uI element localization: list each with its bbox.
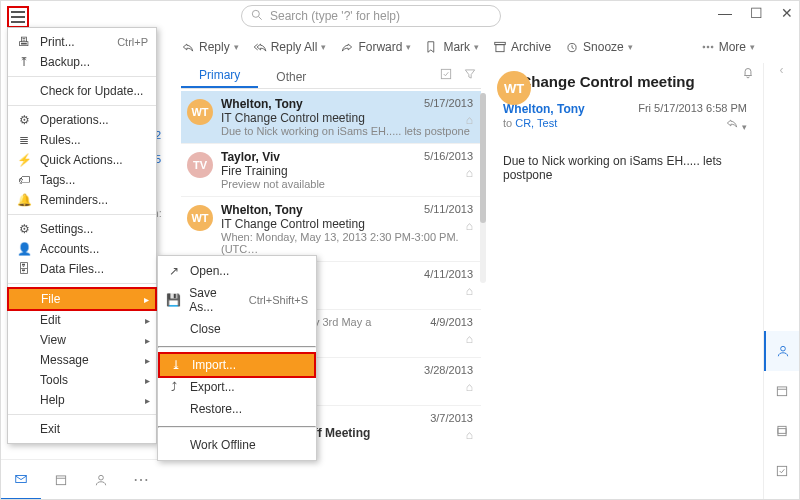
rail-todo-icon[interactable] [764,451,800,491]
menu-item-icon: ⚙ [16,222,32,236]
nav-mail-icon[interactable] [1,460,41,500]
rail-contact-icon[interactable] [764,331,800,371]
nav-calendar-icon[interactable] [41,460,81,500]
menu-item-icon: 🖶 [16,35,32,49]
menu-item[interactable]: 🗄Data Files... [8,259,156,279]
reply-all-button[interactable]: Reply All▾ [253,40,327,54]
submenu-item-icon: ⤴ [166,380,182,394]
reminder-icon[interactable] [741,65,755,82]
submenu-item-icon: ⤓ [168,358,184,372]
scrollbar-thumb[interactable] [480,93,486,223]
menu-item[interactable]: 🏷Tags... [8,170,156,190]
submenu-item[interactable]: Restore... [158,398,316,420]
menu-item[interactable]: ⚡Quick Actions... [8,150,156,170]
menu-item[interactable]: Check for Update... [8,81,156,101]
menu-item[interactable]: 🖶Print...Ctrl+P [8,32,156,52]
nav-more-icon[interactable]: ⋯ [121,460,161,500]
menu-item-label: Message [40,353,89,367]
filter-icon[interactable] [463,67,477,84]
message-row[interactable]: TV5/16/2013⌂Taylor, VivFire TrainingPrev… [181,144,481,197]
menu-item-label: Tools [40,373,68,387]
avatar: WT [187,205,213,231]
menu-item[interactable]: ⚙Settings... [8,219,156,239]
menu-item[interactable]: ≣Rules... [8,130,156,150]
menu-item[interactable]: File▸ [9,289,155,309]
submenu-item[interactable]: Work Offline [158,434,316,456]
submenu-item[interactable]: 💾Save As...Ctrl+Shift+S [158,282,316,318]
maximize-button[interactable]: ☐ [750,5,763,21]
message-row[interactable]: WT5/17/2013⌂Whelton, TonyIT Change Contr… [181,91,481,144]
file-submenu: ↗Open...💾Save As...Ctrl+Shift+SClose⤓Imp… [157,255,317,461]
collapse-rail-icon[interactable]: ‹ [780,63,784,77]
menu-item-icon: 👤 [16,242,32,256]
menu-item[interactable]: Message▸ [8,350,156,370]
archive-button[interactable]: Archive [493,40,551,54]
submenu-item-icon: ↗ [166,264,182,278]
reading-reply-icon[interactable] [725,120,739,132]
search-placeholder: Search (type '?' for help) [270,9,400,23]
svg-point-5 [703,46,705,48]
inbox-tabs: Primary Other [181,63,481,89]
nav-people-icon[interactable] [81,460,121,500]
submenu-item-label: Open... [190,264,229,278]
tab-primary[interactable]: Primary [181,64,258,88]
menu-item-icon: ⤒ [16,55,32,69]
search-box[interactable]: Search (type '?' for help) [241,5,501,27]
submenu-item-label: Export... [190,380,235,394]
message-date: 4/9/2013 [430,316,473,328]
flag-icon[interactable]: ⌂ [466,219,473,233]
menu-item-label: Data Files... [40,262,104,276]
submenu-arrow-icon: ▸ [145,315,150,326]
menu-item[interactable]: ⤒Backup... [8,52,156,72]
submenu-item[interactable]: ⤴Export... [158,376,316,398]
mark-button[interactable]: Mark▾ [425,40,479,54]
reading-body: Due to Nick working on iSams EH..... let… [503,154,747,182]
menu-item[interactable]: Exit [8,419,156,439]
snooze-button[interactable]: Snooze▾ [565,40,633,54]
message-list-scrollbar[interactable] [480,93,486,283]
menu-item[interactable]: Edit▸ [8,310,156,330]
menu-item-label: Print... [40,35,75,49]
menu-item[interactable]: 👤Accounts... [8,239,156,259]
menu-item[interactable]: 🔔Reminders... [8,190,156,210]
submenu-arrow-icon: ▸ [145,375,150,386]
reply-button[interactable]: Reply▾ [181,40,239,54]
flag-icon[interactable]: ⌂ [466,380,473,394]
message-preview: When: Monday, May 13, 2013 2:30 PM-3:00 … [221,231,473,255]
flag-icon[interactable]: ⌂ [466,428,473,442]
select-all-icon[interactable] [439,67,453,84]
svg-point-7 [711,46,713,48]
svg-rect-8 [441,69,450,78]
svg-point-6 [707,46,709,48]
submenu-arrow-icon: ▸ [145,355,150,366]
minimize-button[interactable]: — [718,5,732,21]
rail-calendar-icon[interactable] [764,371,800,411]
hamburger-menu-button[interactable] [7,6,29,28]
submenu-item[interactable]: ⤓Import... [158,352,316,378]
forward-button[interactable]: Forward▾ [340,40,411,54]
flag-icon[interactable]: ⌂ [466,166,473,180]
menu-item-label: Backup... [40,55,90,69]
close-button[interactable]: ✕ [781,5,793,21]
more-button[interactable]: More▾ [701,40,755,54]
menu-item-icon: 🏷 [16,173,32,187]
right-rail: ‹ [763,63,799,499]
menu-item[interactable]: Help▸ [8,390,156,410]
app-window: Search (type '?' for help) — ☐ ✕ Reply▾ … [0,0,800,500]
menu-item-label: Help [40,393,65,407]
tab-other[interactable]: Other [258,66,324,88]
submenu-item[interactable]: ↗Open... [158,260,316,282]
menu-item[interactable]: ⚙Operations... [8,110,156,130]
menu-item-label: Edit [40,313,61,327]
rail-attachments-icon[interactable] [764,411,800,451]
reading-to: to CR, Test [503,117,585,129]
flag-icon[interactable]: ⌂ [466,284,473,298]
submenu-item[interactable]: Close [158,318,316,340]
search-icon [250,8,264,25]
message-row[interactable]: WT5/11/2013⌂Whelton, TonyIT Change Contr… [181,197,481,262]
flag-icon[interactable]: ⌂ [466,113,473,127]
svg-rect-10 [777,387,786,396]
menu-item[interactable]: View▸ [8,330,156,350]
menu-item[interactable]: Tools▸ [8,370,156,390]
flag-icon[interactable]: ⌂ [466,332,473,346]
